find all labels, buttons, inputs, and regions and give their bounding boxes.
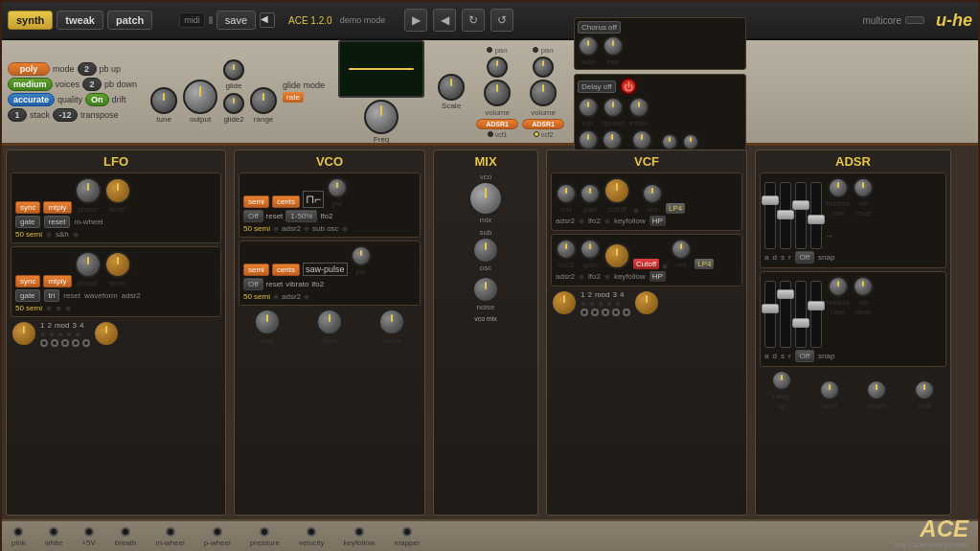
vco1-range-label[interactable]: 1-50%	[285, 210, 317, 222]
delay-damp-knob[interactable]	[661, 133, 678, 150]
adsr2-fallrise-knob[interactable]	[828, 276, 849, 297]
vco1-off-label[interactable]: Off	[243, 210, 263, 222]
tab-tweak[interactable]: tweak	[57, 11, 103, 30]
adsr2-r-track[interactable]	[810, 281, 822, 348]
vco1-led3[interactable]	[342, 226, 348, 232]
vcf2-lfo2-led[interactable]	[604, 274, 610, 280]
mapper-jack[interactable]	[402, 527, 412, 537]
adsr1-a-track[interactable]	[764, 182, 776, 249]
lfo-jack4[interactable]	[72, 339, 80, 347]
lfo-mod-knob1[interactable]	[11, 320, 37, 347]
vcf-jack5[interactable]	[623, 309, 630, 316]
pan-knob[interactable]	[487, 57, 508, 78]
tab-patch[interactable]: patch	[107, 11, 152, 30]
power-button[interactable]: ⏻	[620, 78, 637, 95]
vco1-pw-knob[interactable]	[327, 177, 348, 198]
adsr1-off-label[interactable]: Off	[795, 251, 815, 264]
lfo2-mtply-btn[interactable]: mtply	[43, 275, 71, 287]
freq-knob[interactable]	[364, 100, 399, 134]
vcf-mod-led1[interactable]	[581, 301, 586, 307]
vcf2-cutoff-knob[interactable]	[604, 242, 630, 269]
forward-button[interactable]: ↺	[490, 9, 513, 32]
adsr1-r-thumb[interactable]	[808, 215, 825, 224]
lfo2-led1[interactable]	[46, 306, 52, 311]
adsr-down-knob[interactable]	[866, 379, 887, 401]
lfo2-led2[interactable]	[56, 306, 61, 311]
lfo1-level-knob[interactable]	[104, 177, 131, 204]
poly-label[interactable]: poly	[8, 62, 50, 76]
vcf-jack2[interactable]	[591, 309, 599, 316]
velocity-jack[interactable]	[307, 527, 316, 537]
vcf2-cutoff-btn[interactable]: Cutoff	[633, 259, 659, 269]
vco2-led2[interactable]	[304, 294, 309, 300]
vcf-mod-led3[interactable]	[598, 301, 604, 307]
volume2-knob[interactable]	[530, 80, 557, 106]
adsr2-s-thumb[interactable]	[792, 318, 809, 328]
vcf1-mix-knob[interactable]	[556, 183, 577, 204]
adsr2-d-track[interactable]	[780, 281, 791, 348]
scale-knob[interactable]	[438, 74, 465, 101]
adsr2-s-track[interactable]	[795, 281, 807, 348]
lfo-mod-led3[interactable]	[57, 332, 63, 337]
play-button[interactable]: ▶	[404, 9, 427, 32]
delay-spread-knob[interactable]	[603, 97, 624, 118]
tune-knob[interactable]	[150, 87, 177, 114]
pink-jack[interactable]	[13, 527, 23, 537]
vcf1-adsr2-led[interactable]	[579, 218, 584, 224]
vcf2-lp4-btn[interactable]: LP4	[695, 259, 714, 269]
adsr2-a-track[interactable]	[764, 281, 776, 348]
medium-label[interactable]: medium	[8, 78, 53, 91]
lfo1-sync-btn[interactable]: sync	[15, 201, 40, 214]
adsr2-a-thumb[interactable]	[762, 304, 779, 313]
stack-val[interactable]: 1	[8, 108, 27, 122]
rewind-button[interactable]: ↻	[462, 9, 485, 32]
vcf-jack3[interactable]	[602, 309, 609, 316]
lfo2-phase-knob[interactable]	[75, 251, 102, 278]
vco1-semi-btn[interactable]: semi	[243, 195, 269, 208]
delay-title[interactable]: Delay off	[578, 80, 615, 93]
vcf1-lfo2-led[interactable]	[604, 218, 610, 224]
5v-jack[interactable]	[84, 527, 94, 537]
lfo-jack3[interactable]	[61, 339, 69, 347]
led-vcf2-dot[interactable]	[534, 131, 539, 137]
pwheel-jack[interactable]	[213, 527, 222, 537]
adsr1-d-thumb[interactable]	[777, 210, 794, 219]
mix-noise-knob[interactable]	[472, 276, 499, 303]
keyfollow-jack[interactable]	[354, 527, 364, 537]
delay-mix-knob[interactable]	[578, 97, 599, 118]
transpose-val[interactable]: -12	[53, 108, 78, 122]
delay-treble-knob[interactable]	[628, 97, 650, 118]
vcf2-hp-btn[interactable]: HP	[650, 271, 666, 282]
lfo-jack1[interactable]	[40, 339, 48, 347]
stop-button[interactable]: ◀	[433, 9, 456, 32]
vco-cross-knob[interactable]	[378, 309, 405, 335]
pb-val[interactable]: 2	[78, 62, 97, 76]
adsr2-off-label[interactable]: Off	[795, 350, 815, 362]
delay-center-knob[interactable]	[578, 129, 599, 150]
lfo-jack2[interactable]	[51, 339, 58, 347]
glide2-knob[interactable]	[223, 93, 244, 114]
on-label[interactable]: On	[85, 93, 109, 106]
lfo1-phase-knob[interactable]	[75, 177, 102, 204]
vcf1-cutoff-knob[interactable]	[604, 177, 630, 204]
lfo2-level-knob[interactable]	[104, 251, 131, 278]
adsr-hold-knob[interactable]	[819, 379, 840, 401]
mix-vco-knob[interactable]	[468, 181, 503, 216]
mix-sub-knob[interactable]	[472, 237, 499, 264]
vcf2-vco2-knob[interactable]	[556, 239, 577, 260]
vco1-led1[interactable]	[273, 226, 279, 232]
voices-val[interactable]: 2	[82, 78, 102, 91]
adsr2-d-thumb[interactable]	[777, 289, 794, 299]
led-vcf2[interactable]	[533, 47, 538, 53]
vco2-off-label[interactable]: Off	[243, 278, 263, 290]
vco-ring-knob[interactable]	[254, 309, 281, 335]
lfo2-sync-btn[interactable]: sync	[15, 275, 40, 287]
vcf-mod-led2[interactable]	[589, 301, 595, 307]
adsr1-s-thumb[interactable]	[792, 200, 809, 210]
led-vcf1[interactable]	[487, 47, 492, 53]
adsr2-r-thumb[interactable]	[808, 301, 825, 310]
adsr1-s-track[interactable]	[795, 182, 807, 249]
lfo2-gate-btn[interactable]: gate	[15, 289, 40, 302]
lfo1-reset-btn[interactable]: reset	[44, 216, 71, 228]
chorus-title[interactable]: Chorus off	[578, 21, 621, 34]
